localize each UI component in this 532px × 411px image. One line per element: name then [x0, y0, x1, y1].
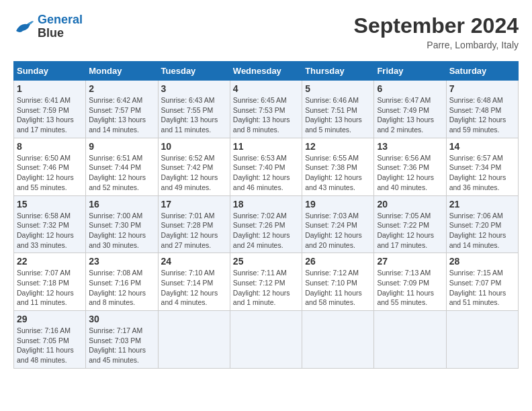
calendar-cell: 15Sunrise: 6:58 AMSunset: 7:32 PMDayligh… [14, 195, 86, 253]
calendar-cell: 10Sunrise: 6:52 AMSunset: 7:42 PMDayligh… [158, 138, 230, 195]
day-info: Sunrise: 6:45 AMSunset: 7:53 PMDaylight:… [233, 95, 299, 135]
calendar-week-row: 22Sunrise: 7:07 AMSunset: 7:18 PMDayligh… [14, 253, 519, 311]
logo-text: General Blue [38, 13, 83, 40]
day-number: 16 [89, 199, 154, 210]
day-number: 2 [89, 83, 154, 94]
day-info: Sunrise: 7:08 AMSunset: 7:16 PMDaylight:… [89, 268, 154, 308]
day-info: Sunrise: 7:01 AMSunset: 7:28 PMDaylight:… [161, 211, 227, 250]
calendar-cell [158, 311, 230, 369]
day-number: 21 [449, 199, 515, 210]
day-number: 1 [17, 83, 83, 94]
location: Parre, Lombardy, Italy [354, 40, 519, 50]
day-number: 29 [17, 314, 83, 324]
calendar-week-row: 15Sunrise: 6:58 AMSunset: 7:32 PMDayligh… [14, 195, 519, 253]
month-title: September 2024 [354, 13, 519, 38]
day-info: Sunrise: 7:00 AMSunset: 7:30 PMDaylight:… [89, 211, 154, 250]
day-number: 8 [17, 141, 83, 152]
calendar-cell: 25Sunrise: 7:11 AMSunset: 7:12 PMDayligh… [230, 253, 302, 311]
calendar-cell: 8Sunrise: 6:50 AMSunset: 7:46 PMDaylight… [14, 138, 86, 195]
day-number: 24 [161, 256, 227, 267]
day-info: Sunrise: 7:03 AMSunset: 7:24 PMDaylight:… [305, 211, 371, 250]
day-info: Sunrise: 6:58 AMSunset: 7:32 PMDaylight:… [17, 211, 83, 250]
calendar-cell: 23Sunrise: 7:08 AMSunset: 7:16 PMDayligh… [86, 253, 158, 311]
calendar-cell: 30Sunrise: 7:17 AMSunset: 7:03 PMDayligh… [86, 311, 158, 369]
calendar-cell: 18Sunrise: 7:02 AMSunset: 7:26 PMDayligh… [230, 195, 302, 253]
day-number: 17 [161, 199, 227, 210]
calendar-cell: 29Sunrise: 7:16 AMSunset: 7:05 PMDayligh… [14, 311, 86, 369]
calendar-week-row: 29Sunrise: 7:16 AMSunset: 7:05 PMDayligh… [14, 311, 519, 369]
calendar-cell: 20Sunrise: 7:05 AMSunset: 7:22 PMDayligh… [374, 195, 446, 253]
weekday-header-monday: Monday [86, 62, 158, 81]
calendar-cell: 19Sunrise: 7:03 AMSunset: 7:24 PMDayligh… [302, 195, 374, 253]
day-info: Sunrise: 6:42 AMSunset: 7:57 PMDaylight:… [89, 95, 154, 135]
day-number: 3 [161, 83, 227, 94]
day-info: Sunrise: 6:47 AMSunset: 7:49 PMDaylight:… [377, 95, 443, 135]
weekday-header-saturday: Saturday [446, 62, 518, 81]
calendar-cell: 26Sunrise: 7:12 AMSunset: 7:10 PMDayligh… [302, 253, 374, 311]
day-info: Sunrise: 7:10 AMSunset: 7:14 PMDaylight:… [161, 268, 227, 308]
day-number: 14 [449, 141, 515, 152]
day-info: Sunrise: 7:15 AMSunset: 7:07 PMDaylight:… [449, 268, 515, 308]
day-info: Sunrise: 7:11 AMSunset: 7:12 PMDaylight:… [233, 268, 299, 308]
day-number: 19 [305, 199, 371, 210]
day-number: 28 [449, 256, 515, 267]
day-info: Sunrise: 6:41 AMSunset: 7:59 PMDaylight:… [17, 95, 83, 135]
day-info: Sunrise: 7:17 AMSunset: 7:03 PMDaylight:… [89, 326, 154, 365]
day-number: 6 [377, 83, 443, 94]
calendar-cell [302, 311, 374, 369]
calendar-cell: 16Sunrise: 7:00 AMSunset: 7:30 PMDayligh… [86, 195, 158, 253]
calendar-cell: 9Sunrise: 6:51 AMSunset: 7:44 PMDaylight… [86, 138, 158, 195]
day-info: Sunrise: 6:43 AMSunset: 7:55 PMDaylight:… [161, 95, 227, 135]
calendar-cell [230, 311, 302, 369]
day-info: Sunrise: 6:50 AMSunset: 7:46 PMDaylight:… [17, 153, 83, 193]
day-number: 4 [233, 83, 299, 94]
day-info: Sunrise: 7:07 AMSunset: 7:18 PMDaylight:… [17, 268, 83, 308]
weekday-header-wednesday: Wednesday [230, 62, 302, 81]
calendar-cell: 13Sunrise: 6:56 AMSunset: 7:36 PMDayligh… [374, 138, 446, 195]
calendar-cell: 11Sunrise: 6:53 AMSunset: 7:40 PMDayligh… [230, 138, 302, 195]
day-info: Sunrise: 7:12 AMSunset: 7:10 PMDaylight:… [305, 268, 371, 308]
day-info: Sunrise: 7:13 AMSunset: 7:09 PMDaylight:… [377, 268, 443, 308]
day-number: 5 [305, 83, 371, 94]
day-number: 23 [89, 256, 154, 267]
day-info: Sunrise: 6:55 AMSunset: 7:38 PMDaylight:… [305, 153, 371, 193]
calendar-cell: 27Sunrise: 7:13 AMSunset: 7:09 PMDayligh… [374, 253, 446, 311]
calendar-week-row: 8Sunrise: 6:50 AMSunset: 7:46 PMDaylight… [14, 138, 519, 195]
calendar-cell: 22Sunrise: 7:07 AMSunset: 7:18 PMDayligh… [14, 253, 86, 311]
day-number: 20 [377, 199, 443, 210]
weekday-header-thursday: Thursday [302, 62, 374, 81]
day-number: 15 [17, 199, 83, 210]
day-number: 10 [161, 141, 227, 152]
day-number: 11 [233, 141, 299, 152]
calendar-cell: 7Sunrise: 6:48 AMSunset: 7:48 PMDaylight… [446, 81, 518, 138]
title-block: September 2024 Parre, Lombardy, Italy [354, 13, 519, 50]
calendar-cell: 12Sunrise: 6:55 AMSunset: 7:38 PMDayligh… [302, 138, 374, 195]
calendar-cell [374, 311, 446, 369]
day-info: Sunrise: 7:16 AMSunset: 7:05 PMDaylight:… [17, 326, 83, 365]
calendar-cell: 6Sunrise: 6:47 AMSunset: 7:49 PMDaylight… [374, 81, 446, 138]
day-number: 18 [233, 199, 299, 210]
day-info: Sunrise: 7:06 AMSunset: 7:20 PMDaylight:… [449, 211, 515, 250]
logo: General Blue [13, 13, 83, 40]
calendar-cell: 14Sunrise: 6:57 AMSunset: 7:34 PMDayligh… [446, 138, 518, 195]
day-info: Sunrise: 7:05 AMSunset: 7:22 PMDaylight:… [377, 211, 443, 250]
calendar-week-row: 1Sunrise: 6:41 AMSunset: 7:59 PMDaylight… [14, 81, 519, 138]
weekday-header-sunday: Sunday [14, 62, 86, 81]
day-info: Sunrise: 6:56 AMSunset: 7:36 PMDaylight:… [377, 153, 443, 193]
page-header: General Blue September 2024 Parre, Lomba… [13, 13, 519, 50]
calendar-cell: 5Sunrise: 6:46 AMSunset: 7:51 PMDaylight… [302, 81, 374, 138]
day-info: Sunrise: 6:57 AMSunset: 7:34 PMDaylight:… [449, 153, 515, 193]
day-number: 30 [89, 314, 154, 324]
day-number: 25 [233, 256, 299, 267]
calendar-cell: 1Sunrise: 6:41 AMSunset: 7:59 PMDaylight… [14, 81, 86, 138]
logo-icon [13, 17, 35, 36]
calendar-table: SundayMondayTuesdayWednesdayThursdayFrid… [13, 61, 519, 369]
day-info: Sunrise: 6:48 AMSunset: 7:48 PMDaylight:… [449, 95, 515, 135]
day-info: Sunrise: 6:51 AMSunset: 7:44 PMDaylight:… [89, 153, 154, 193]
day-number: 7 [449, 83, 515, 94]
weekday-header-friday: Friday [374, 62, 446, 81]
calendar-cell: 24Sunrise: 7:10 AMSunset: 7:14 PMDayligh… [158, 253, 230, 311]
calendar-cell: 4Sunrise: 6:45 AMSunset: 7:53 PMDaylight… [230, 81, 302, 138]
day-info: Sunrise: 6:52 AMSunset: 7:42 PMDaylight:… [161, 153, 227, 193]
day-number: 27 [377, 256, 443, 267]
